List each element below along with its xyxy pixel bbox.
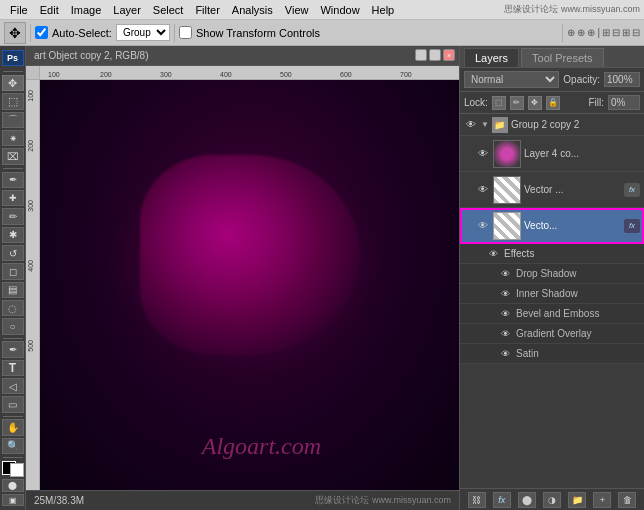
color-swatches[interactable] <box>2 461 24 477</box>
menu-select[interactable]: Select <box>147 2 190 18</box>
menubar: File Edit Image Layer Select Filter Anal… <box>0 0 644 20</box>
fill-input[interactable] <box>608 95 640 110</box>
lasso-tool[interactable]: ⌒ <box>2 112 24 128</box>
status-text: 25M/38.3M <box>34 495 84 506</box>
tab-layers[interactable]: Layers <box>464 48 519 67</box>
menu-layer[interactable]: Layer <box>107 2 147 18</box>
blend-mode-select[interactable]: Normal <box>464 71 559 88</box>
win-maximize[interactable]: □ <box>429 49 441 61</box>
shape-tool[interactable]: ▭ <box>2 396 24 412</box>
type-tool[interactable]: T <box>2 360 24 376</box>
layer-item-vector1[interactable]: 👁 Vector ... fx <box>460 172 644 208</box>
eye-bevel-emboss[interactable]: 👁 <box>498 307 512 321</box>
layer-item-vecto-active[interactable]: 👁 Vecto... fx <box>460 208 644 244</box>
layer-thumb-layer4 <box>493 140 521 168</box>
history-brush-tool[interactable]: ↺ <box>2 245 24 261</box>
eraser-tool[interactable]: ◻ <box>2 263 24 279</box>
menu-file[interactable]: File <box>4 2 34 18</box>
eyedropper-tool[interactable]: ✒ <box>2 172 24 188</box>
layer-eye-layer4[interactable]: 👁 <box>476 147 490 161</box>
effects-group-header[interactable]: 👁 Effects <box>460 244 644 264</box>
menu-edit[interactable]: Edit <box>34 2 65 18</box>
effect-item-satin[interactable]: 👁 Satin <box>460 344 644 364</box>
pen-tool[interactable]: ✒ <box>2 341 24 357</box>
heal-tool[interactable]: ✚ <box>2 190 24 206</box>
menu-filter[interactable]: Filter <box>189 2 225 18</box>
panel-bottom: ⛓ fx ⬤ ◑ 📁 + 🗑 <box>460 488 644 510</box>
blend-row: Normal Opacity: <box>460 68 644 92</box>
marquee-tool[interactable]: ⬚ <box>2 93 24 109</box>
satin-label: Satin <box>516 348 539 359</box>
menu-view[interactable]: View <box>279 2 315 18</box>
effect-item-gradient-overlay[interactable]: 👁 Gradient Overlay <box>460 324 644 344</box>
brush-tool[interactable]: ✏ <box>2 208 24 224</box>
tool-sep-1 <box>3 168 23 169</box>
layer-item-layer4[interactable]: 👁 Layer 4 co... <box>460 136 644 172</box>
layer-eye-vector1[interactable]: 👁 <box>476 183 490 197</box>
add-mask-btn[interactable]: ⬤ <box>518 492 536 508</box>
toolbar-sep2 <box>174 24 175 42</box>
new-layer-btn[interactable]: + <box>593 492 611 508</box>
path-tool[interactable]: ◁ <box>2 378 24 394</box>
lock-all-icon[interactable]: 🔒 <box>546 96 560 110</box>
crop-tool[interactable]: ⌧ <box>2 148 24 164</box>
menu-help[interactable]: Help <box>366 2 401 18</box>
lock-position-icon[interactable]: ✥ <box>528 96 542 110</box>
layer-eye-vecto-active[interactable]: 👁 <box>476 219 490 233</box>
effect-item-bevel-emboss[interactable]: 👁 Bevel and Emboss <box>460 304 644 324</box>
move-tool-icon[interactable]: ✥ <box>4 22 26 44</box>
canvas-area: art Object copy 2, RGB/8) _ □ × 100 200 … <box>26 46 459 510</box>
dodge-tool[interactable]: ○ <box>2 318 24 334</box>
layer-eye-group2[interactable]: 👁 <box>464 118 478 132</box>
inner-shadow-label: Inner Shadow <box>516 288 578 299</box>
tab-tool-presets[interactable]: Tool Presets <box>521 48 604 67</box>
auto-select-checkbox[interactable] <box>35 26 48 39</box>
zoom-tool[interactable]: 🔍 <box>2 438 24 454</box>
move-tool[interactable]: ✥ <box>2 75 24 91</box>
site-credit: 思缘设计论坛 www.missyuan.com <box>315 494 451 507</box>
lock-row: Lock: ⬚ ✏ ✥ 🔒 Fill: <box>460 92 644 114</box>
menu-window[interactable]: Window <box>314 2 365 18</box>
win-close[interactable]: × <box>443 49 455 61</box>
show-transform-checkbox[interactable] <box>179 26 192 39</box>
eye-effects-group[interactable]: 👁 <box>486 247 500 261</box>
vecto-active-fx-badge: fx <box>624 219 640 233</box>
add-style-btn[interactable]: fx <box>493 492 511 508</box>
effect-item-inner-shadow[interactable]: 👁 Inner Shadow <box>460 284 644 304</box>
delete-layer-btn[interactable]: 🗑 <box>618 492 636 508</box>
eye-inner-shadow[interactable]: 👁 <box>498 287 512 301</box>
tools-panel: Ps ✥ ⬚ ⌒ ⁕ ⌧ ✒ ✚ ✏ ✱ ↺ ◻ ▤ ◌ ○ ✒ T ◁ ▭ ✋… <box>0 46 26 510</box>
tool-sep-2 <box>3 338 23 339</box>
effect-item-drop-shadow[interactable]: 👁 Drop Shadow <box>460 264 644 284</box>
quick-select-tool[interactable]: ⁕ <box>2 130 24 146</box>
screen-mode-tool[interactable]: ▣ <box>2 494 24 506</box>
menu-image[interactable]: Image <box>65 2 108 18</box>
gradient-tool[interactable]: ▤ <box>2 282 24 298</box>
ruler-left: 100 200 300 400 500 <box>26 80 40 490</box>
menu-analysis[interactable]: Analysis <box>226 2 279 18</box>
brand-text: 思缘设计论坛 www.missyuan.com <box>504 3 640 16</box>
lock-transparent-icon[interactable]: ⬚ <box>492 96 506 110</box>
link-layers-btn[interactable]: ⛓ <box>468 492 486 508</box>
opacity-input[interactable] <box>604 72 640 87</box>
canvas-with-ruler: 100 200 300 400 500 Algoart.com <box>26 80 459 490</box>
eye-satin[interactable]: 👁 <box>498 347 512 361</box>
quick-mask-tool[interactable]: ⬤ <box>2 479 24 492</box>
panel-tabs: Layers Tool Presets <box>460 46 644 68</box>
lock-image-icon[interactable]: ✏ <box>510 96 524 110</box>
blur-tool[interactable]: ◌ <box>2 300 24 316</box>
clone-tool[interactable]: ✱ <box>2 227 24 243</box>
hand-tool[interactable]: ✋ <box>2 419 24 435</box>
auto-select-dropdown[interactable]: Group <box>116 24 170 41</box>
canvas-status: 25M/38.3M 思缘设计论坛 www.missyuan.com <box>26 490 459 510</box>
layer-folder-icon: 📁 <box>492 117 508 133</box>
new-group-btn[interactable]: 📁 <box>568 492 586 508</box>
win-minimize[interactable]: _ <box>415 49 427 61</box>
window-controls: _ □ × <box>415 49 455 61</box>
eye-drop-shadow[interactable]: 👁 <box>498 267 512 281</box>
new-adjustment-btn[interactable]: ◑ <box>543 492 561 508</box>
lock-label: Lock: <box>464 97 488 108</box>
layer-item-group2[interactable]: 👁 ▼ 📁 Group 2 copy 2 <box>460 114 644 136</box>
auto-select-label: Auto-Select: <box>52 27 112 39</box>
eye-gradient-overlay[interactable]: 👁 <box>498 327 512 341</box>
